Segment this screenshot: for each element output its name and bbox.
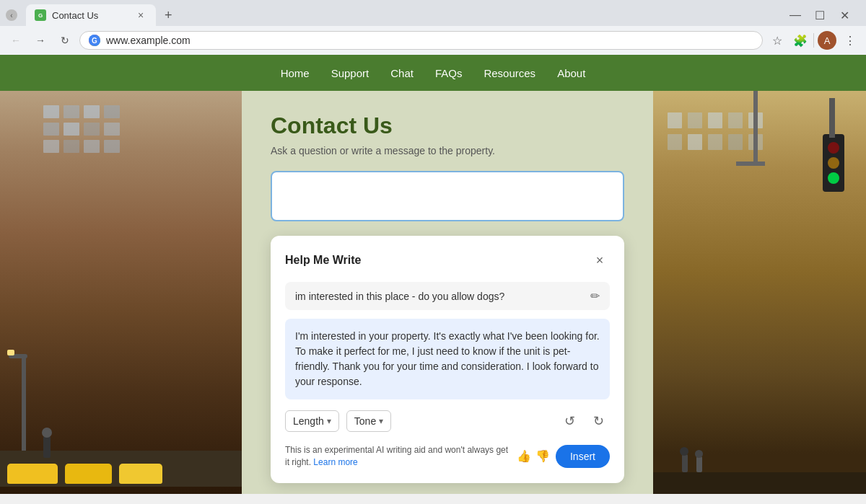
nav-home[interactable]: Home <box>281 64 310 82</box>
message-input[interactable] <box>271 171 624 221</box>
profile-button[interactable]: A <box>817 30 837 50</box>
nav-about[interactable]: About <box>557 64 585 82</box>
help-me-write-panel: Help Me Write × im interested in this pl… <box>271 236 624 483</box>
back-button[interactable]: ← <box>6 30 26 50</box>
tab-controls: ‹ <box>6 9 17 21</box>
page-subtitle: Ask a question or write a message to the… <box>271 145 624 156</box>
left-background <box>0 91 242 494</box>
address-bar[interactable]: G www.example.com <box>79 31 763 50</box>
hmw-regenerate-actions: ↺ ↻ <box>558 410 610 433</box>
nav-chat[interactable]: Chat <box>390 64 414 82</box>
insert-button[interactable]: Insert <box>556 445 610 468</box>
tab-prev-button[interactable]: ‹ <box>6 9 17 21</box>
hmw-footer: This is an experimental AI writing aid a… <box>285 444 610 469</box>
bookmark-button[interactable]: ☆ <box>767 30 787 50</box>
length-chevron-icon: ▾ <box>327 416 331 426</box>
hmw-header: Help Me Write × <box>285 250 610 270</box>
site-navigation: Home Support Chat FAQs Resources About <box>0 55 866 91</box>
hmw-feedback-buttons: 👍 👎 <box>517 449 550 463</box>
refresh-button[interactable]: ↻ <box>55 30 75 50</box>
hmw-undo-button[interactable]: ↺ <box>558 410 581 433</box>
maximize-button[interactable]: ☐ <box>810 5 830 25</box>
toolbar-actions: ☆ 🧩 A ⋮ <box>767 30 860 50</box>
hmw-prompt-text: im interested in this place - do you all… <box>295 291 585 302</box>
hmw-controls: Length ▾ Tone ▾ ↺ ↻ <box>285 410 610 433</box>
thumbs-down-button[interactable]: 👎 <box>535 449 550 463</box>
hmw-learn-more-link[interactable]: Learn more <box>313 457 357 467</box>
extensions-button[interactable]: 🧩 <box>790 30 810 50</box>
background-image: Contact Us Ask a question or write a mes… <box>0 91 866 494</box>
svg-text:G: G <box>92 37 97 45</box>
window-close-button[interactable]: ✕ <box>834 5 854 25</box>
tab-title: Contact Us <box>52 10 98 21</box>
website: Home Support Chat FAQs Resources About <box>0 55 866 494</box>
url-display: www.example.com <box>106 35 191 46</box>
tone-label: Tone <box>354 415 376 427</box>
right-background <box>653 91 866 494</box>
nav-resources[interactable]: Resources <box>484 64 535 82</box>
menu-button[interactable]: ⋮ <box>840 30 860 50</box>
hmw-close-button[interactable]: × <box>590 250 610 270</box>
toolbar-separator <box>813 33 814 48</box>
google-icon: G <box>89 35 100 46</box>
hmw-redo-button[interactable]: ↻ <box>587 410 610 433</box>
hmw-title: Help Me Write <box>285 254 362 267</box>
tab-bar: ‹ G Contact Us × + — ☐ ✕ <box>0 0 866 26</box>
hmw-prompt-row: im interested in this place - do you all… <box>285 282 610 310</box>
page-title: Contact Us <box>271 112 624 139</box>
tab-favicon: G <box>35 9 46 21</box>
main-content: Contact Us Ask a question or write a mes… <box>0 91 866 494</box>
hmw-generated-text: I'm interested in your property. It's ex… <box>285 319 610 399</box>
browser-chrome: ‹ G Contact Us × + — ☐ ✕ ← → ↻ <box>0 0 866 55</box>
new-tab-button[interactable]: + <box>159 5 178 26</box>
length-label: Length <box>293 415 324 427</box>
nav-support[interactable]: Support <box>331 64 369 82</box>
svg-text:G: G <box>38 12 43 19</box>
thumbs-up-button[interactable]: 👍 <box>517 449 531 463</box>
avatar: A <box>818 31 836 50</box>
browser-controls: ← → ↻ G www.example.com ☆ 🧩 A ⋮ <box>0 26 866 55</box>
nav-faqs[interactable]: FAQs <box>435 64 463 82</box>
hmw-edit-icon[interactable]: ✏ <box>590 289 600 303</box>
forward-button[interactable]: → <box>30 30 51 50</box>
minimize-button[interactable]: — <box>785 5 805 25</box>
hmw-disclaimer: This is an experimental AI writing aid a… <box>285 444 511 469</box>
tone-select[interactable]: Tone ▾ <box>346 410 391 432</box>
active-tab[interactable]: G Contact Us × <box>26 4 156 26</box>
length-select[interactable]: Length ▾ <box>285 410 339 432</box>
center-panel: Contact Us Ask a question or write a mes… <box>242 91 653 494</box>
tone-chevron-icon: ▾ <box>379 416 383 426</box>
tab-close-button[interactable]: × <box>134 9 147 22</box>
